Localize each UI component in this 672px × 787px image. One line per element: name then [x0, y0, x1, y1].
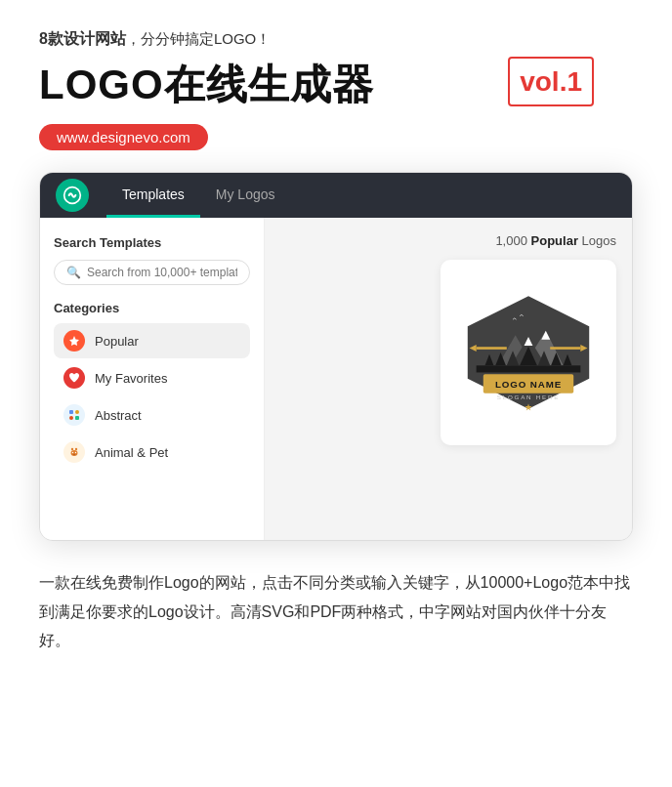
- svg-rect-30: [550, 347, 580, 350]
- search-section-title: Search Templates: [54, 235, 250, 250]
- svg-rect-5: [75, 416, 79, 420]
- category-popular[interactable]: Popular: [54, 323, 250, 358]
- category-abstract-label: Abstract: [95, 408, 142, 423]
- content-header: 1,000 Popular Logos: [280, 233, 616, 248]
- svg-rect-3: [75, 410, 79, 414]
- category-favorites[interactable]: My Favorites: [54, 360, 250, 395]
- svg-marker-1: [69, 336, 79, 346]
- description-text: 一款在线免费制作Logo的网站，点击不同分类或输入关键字，从10000+Logo…: [39, 568, 633, 655]
- svg-rect-29: [477, 347, 507, 350]
- vol-badge: vol.1: [508, 57, 594, 106]
- category-popular-label: Popular: [95, 334, 139, 349]
- svg-point-11: [73, 454, 76, 456]
- app-navbar: Templates My Logos: [40, 173, 632, 218]
- category-favorites-label: My Favorites: [95, 371, 167, 386]
- svg-point-7: [75, 448, 77, 450]
- search-box[interactable]: 🔍: [54, 260, 250, 285]
- favorites-icon: [63, 367, 85, 389]
- svg-text:SLOGAN HERE: SLOGAN HERE: [497, 394, 560, 400]
- popular-icon: [63, 330, 85, 352]
- category-animal[interactable]: Animal & Pet: [54, 435, 250, 470]
- app-logo: [56, 179, 89, 212]
- animal-icon: [63, 441, 85, 463]
- svg-point-10: [75, 452, 76, 453]
- count-suffix: Logos: [582, 233, 616, 248]
- svg-text:LOGO NAME: LOGO NAME: [495, 379, 562, 390]
- tagline-suffix: ，分分钟搞定LOGO！: [126, 30, 271, 47]
- svg-rect-4: [69, 416, 73, 420]
- app-body: Search Templates 🔍 Categories Popular: [40, 218, 632, 540]
- search-icon: 🔍: [66, 266, 81, 279]
- search-input[interactable]: [87, 266, 237, 279]
- category-abstract[interactable]: Abstract: [54, 397, 250, 433]
- app-window: Templates My Logos Search Templates 🔍 Ca…: [39, 172, 633, 541]
- category-animal-label: Animal & Pet: [95, 445, 168, 460]
- count-highlight: Popular: [531, 233, 578, 248]
- tab-mylogos[interactable]: My Logos: [200, 173, 291, 218]
- url-badge[interactable]: www.designevo.com: [39, 124, 208, 150]
- svg-point-6: [71, 448, 73, 450]
- sidebar: Search Templates 🔍 Categories Popular: [40, 218, 265, 540]
- main-content: 1,000 Popular Logos: [265, 218, 632, 540]
- svg-point-9: [72, 452, 73, 453]
- count-prefix: 1,000: [495, 233, 527, 248]
- tagline-bold: 8款设计网站: [39, 30, 126, 47]
- svg-rect-2: [69, 410, 73, 414]
- top-tagline: 8款设计网站，分分钟搞定LOGO！: [39, 29, 633, 50]
- tab-templates[interactable]: Templates: [106, 173, 200, 218]
- categories-title: Categories: [54, 301, 250, 315]
- svg-rect-26: [477, 365, 581, 372]
- mountain-logo-svg: LOGO NAME SLOGAN HERE: [450, 274, 607, 431]
- abstract-icon: [63, 404, 85, 426]
- vol-label: vol.: [520, 66, 567, 97]
- vol-number: 1: [567, 66, 582, 97]
- logo-card: LOGO NAME SLOGAN HERE: [441, 260, 616, 445]
